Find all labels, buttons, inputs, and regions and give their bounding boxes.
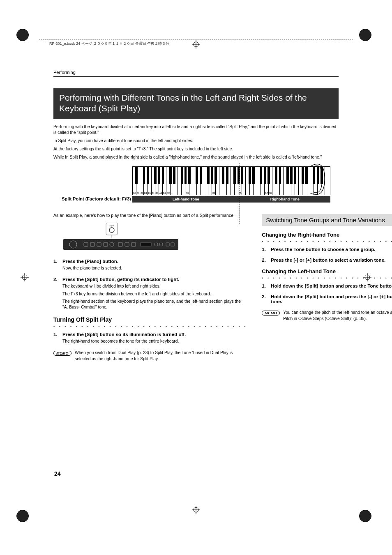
svg-rect-15 [63,239,178,250]
header-rule [53,76,339,77]
step-text: The keyboard will be divided into left a… [62,283,247,289]
step-title: Press the [Split] button so its illumina… [62,332,247,337]
intro-p1: Performing with the keyboard divided at … [53,124,339,136]
running-head: Performing [53,70,339,75]
left-step-2: 2. Hold down the [Split] button and pres… [262,294,392,306]
intro-p3: At the factory settings the split point … [53,146,339,152]
memo-badge: MEMO [53,351,71,356]
turning-off-heading: Turning Off Split Play [53,316,247,323]
dotted-rule: • • • • • • • • • • • • • • • • • • • • … [262,240,392,244]
split-button-label: Split [109,224,114,227]
page-title: Performing with Different Tones in the L… [53,88,339,119]
registration-mark-top [192,40,200,49]
right-column: Switching Tone Groups and Tone Variation… [262,212,392,362]
registration-mark-bottom [192,506,200,515]
keyboard-diagram: Split Point (Factory default: F♯3) A0B0C… [53,166,339,204]
step-number: 2. [262,294,271,306]
tone-bar: Left-hand Tone Right-hand Tone [132,196,330,203]
sub-heading: Switching Tone Groups and Tone Variation… [262,214,392,226]
step-off-1: 1. Press the [Split] button so its illum… [53,332,247,346]
step-1: 1. Press the [Piano] button. Now, the pi… [53,259,247,273]
registration-mark-left [21,273,29,282]
step-title: Hold down the [Split] button and press t… [271,283,392,288]
step-title: Press the [-] or [+] button to select a … [271,258,392,263]
book-info: RP-201_e.book 24 ページ ２００９年１１月２０日 金曜日 午後２… [49,41,169,46]
svg-rect-25 [141,243,151,246]
step-2: 2. Press the [Split] button, getting its… [53,277,247,312]
step-text: The right-hand tone becomes the tone for… [62,339,247,344]
memo-block: MEMO When you switch from Dual Play (p. … [53,350,247,362]
crop-mark-bl [16,510,33,526]
step-title: Press the [Piano] button. [62,259,247,264]
keyboard-svg: A0B0C1D1E1F1G1A1B1C2…C3C4C5B7C8 [132,166,330,195]
left-hand-tone-label: Left-hand Tone [132,196,240,203]
memo-block: MEMO You can change the pitch of the lef… [262,310,392,322]
crop-mark-br [359,510,376,526]
right-step-2: 2. Press the [-] or [+] button to select… [262,258,392,264]
step-number: 1. [53,259,62,273]
memo-badge: MEMO [262,311,280,315]
intro-p4: While in Split Play, a sound played in t… [53,154,339,161]
left-step-1: 1. Hold down the [Split] button and pres… [262,283,392,290]
diagram-title: Split Point (Factory default: F♯3) [62,196,131,202]
step-title: Press the Tone button to choose a tone g… [271,247,392,252]
intro-block: Performing with the keyboard divided at … [53,124,339,161]
step-title: Hold down the [Split] button and press t… [271,294,392,304]
step-text: The F♯3 key forms the division between t… [62,291,247,297]
step-number: 1. [262,247,271,253]
step-number: 2. [262,258,271,264]
changing-right-heading: Changing the Right-hand Tone [262,232,392,238]
svg-point-13 [109,228,114,233]
right-step-1: 1. Press the Tone button to choose a ton… [262,247,392,253]
page-content: Performing Performing with Different Ton… [53,70,339,362]
step-number: 2. [53,277,62,312]
step-title: Press the [Split] button, getting its in… [62,277,247,282]
crop-mark-tr [359,29,376,45]
memo-text: You can change the pitch of the left-han… [283,310,392,322]
left-column: As an example, here's how to play the to… [53,212,247,362]
header-dashed-line [39,39,353,40]
intro-p2: In Split Play, you can have a different … [53,138,339,144]
dotted-rule: • • • • • • • • • • • • • • • • • • • • … [262,276,392,280]
step-text: The right-hand section of the keyboard p… [62,299,247,311]
step-text: Now, the piano tone is selected. [62,265,247,271]
control-panel-illustration: Split [63,223,247,253]
crop-mark-tl [16,29,33,45]
step-number: 1. [53,332,62,346]
page-number: 24 [54,470,61,477]
memo-text: When you switch from Dual Play (p. 23) t… [75,350,247,362]
changing-left-heading: Changing the Left-hand Tone [262,268,392,274]
example-lead: As an example, here's how to play the to… [53,212,247,219]
step-number: 1. [262,283,271,290]
dotted-rule: • • • • • • • • • • • • • • • • • • • • … [53,325,247,329]
